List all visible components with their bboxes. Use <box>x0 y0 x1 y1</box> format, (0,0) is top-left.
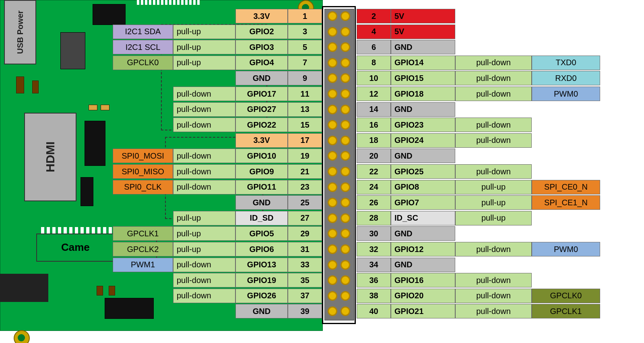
gpio-label: GND <box>391 102 455 117</box>
pull-label: pull-up <box>455 195 532 210</box>
pin-number: 39 <box>288 304 322 318</box>
pin-row-left: pull-downGPIO2215 <box>173 118 322 132</box>
pin-row-right: 8GPIO14pull-downTXD0 <box>357 56 600 70</box>
pin-row-right: 36GPIO16pull-down <box>357 273 532 287</box>
pin-number: 1 <box>288 9 322 23</box>
pin-row-left: GPCLK0pull-upGPIO47 <box>113 56 322 70</box>
pin-row-right: 30GND <box>357 226 455 241</box>
pin-row-right: 6GND <box>357 40 455 54</box>
alt-function-label: RXD0 <box>532 71 600 85</box>
pin-row-right: 32GPIO12pull-downPWM0 <box>357 242 600 256</box>
pull-label: pull-up <box>173 25 235 39</box>
gpio-label: GPIO17 <box>235 87 288 101</box>
pin-number: 8 <box>357 56 391 70</box>
pinout-table: 3.3V1I2C1 SDApull-upGPIO23I2C1 SCLpull-u… <box>0 0 644 343</box>
pin-number: 37 <box>288 289 322 303</box>
pin-row-right: 34GND <box>357 258 455 272</box>
pin-number: 26 <box>357 195 391 210</box>
gpio-label: GPIO14 <box>391 56 455 70</box>
pin-row-right: 16GPIO23pull-down <box>357 118 532 132</box>
pin-number: 6 <box>357 40 391 54</box>
pull-label: pull-up <box>173 242 235 256</box>
pin-number: 21 <box>288 164 322 179</box>
pull-label: pull-down <box>455 304 532 318</box>
pull-label: pull-up <box>173 226 235 241</box>
pin-row-left: pull-downGPIO1711 <box>173 87 322 101</box>
gpio-label: GPIO3 <box>235 40 288 54</box>
gpio-label: GPIO25 <box>391 164 455 179</box>
pin-row-left: pull-downGPIO2637 <box>173 289 322 303</box>
pin-row-left: GND9 <box>235 71 322 85</box>
gpio-label: GPIO13 <box>235 258 288 272</box>
pin-row-right: 10GPIO15pull-downRXD0 <box>357 71 600 85</box>
pin-row-right: 28ID_SCpull-up <box>357 211 532 225</box>
pin-number: 13 <box>288 102 322 117</box>
alt-function-label: SPI0_CLK <box>113 180 173 194</box>
alt-function-label: SPI_CE0_N <box>532 180 600 194</box>
pull-label: pull-down <box>173 258 235 272</box>
pin-number: 29 <box>288 226 322 241</box>
pin-number: 7 <box>288 56 322 70</box>
gpio-label: 3.3V <box>235 133 288 148</box>
pin-row-left: 3.3V1 <box>235 9 322 23</box>
pin-number: 23 <box>288 180 322 194</box>
pin-row-left: pull-upID_SD27 <box>173 211 322 225</box>
pin-number: 12 <box>357 87 391 101</box>
pin-number: 19 <box>288 149 322 163</box>
pull-label: pull-down <box>455 87 532 101</box>
pin-number: 9 <box>288 71 322 85</box>
gpio-label: GND <box>391 40 455 54</box>
pull-label: pull-down <box>173 164 235 179</box>
pin-number: 17 <box>288 133 322 148</box>
pin-row-left: pull-downGPIO2713 <box>173 102 322 117</box>
alt-function-label: PWM0 <box>532 87 600 101</box>
pin-number: 30 <box>357 226 391 241</box>
alt-function-label: SPI_CE1_N <box>532 195 600 210</box>
alt-function-label: SPI0_MOSI <box>113 149 173 163</box>
pin-number: 22 <box>357 164 391 179</box>
alt-function-label: PWM0 <box>532 242 600 256</box>
gpio-label: GPIO21 <box>391 304 455 318</box>
pin-number: 11 <box>288 87 322 101</box>
pin-row-left: GND25 <box>235 195 322 210</box>
pull-label: pull-down <box>173 289 235 303</box>
pin-row-left: PWM1pull-downGPIO1333 <box>113 258 322 272</box>
pull-label: pull-down <box>173 102 235 117</box>
alt-function-label: I2C1 SCL <box>113 40 173 54</box>
gpio-label: GPIO19 <box>235 273 288 287</box>
alt-function-label: GPCLK1 <box>113 226 173 241</box>
gpio-label: 3.3V <box>235 9 288 23</box>
gpio-label: GPIO4 <box>235 56 288 70</box>
gpio-label: GPIO12 <box>391 242 455 256</box>
pin-row-right: 45V <box>357 25 455 39</box>
pull-label: pull-down <box>173 87 235 101</box>
gpio-label: GPIO2 <box>235 25 288 39</box>
pin-row-right: 40GPIO21pull-downGPCLK1 <box>357 304 600 318</box>
gpio-label: ID_SC <box>391 211 455 225</box>
pin-row-right: 22GPIO25pull-down <box>357 164 532 179</box>
gpio-label: GPIO6 <box>235 242 288 256</box>
gpio-label: GPIO10 <box>235 149 288 163</box>
alt-function-label: PWM1 <box>113 258 173 272</box>
pin-row-left: I2C1 SCLpull-upGPIO35 <box>113 40 322 54</box>
pin-row-right: 14GND <box>357 102 455 117</box>
pin-number: 15 <box>288 118 322 132</box>
pin-number: 35 <box>288 273 322 287</box>
pin-number: 10 <box>357 71 391 85</box>
pin-number: 34 <box>357 258 391 272</box>
gpio-label: GND <box>391 149 455 163</box>
pin-row-right: 25V <box>357 9 455 23</box>
gpio-label: ID_SD <box>235 211 288 225</box>
pin-row-right: 26GPIO7pull-upSPI_CE1_N <box>357 195 600 210</box>
pin-number: 14 <box>357 102 391 117</box>
pull-label: pull-down <box>455 56 532 70</box>
pull-label: pull-down <box>455 242 532 256</box>
gpio-label: GPIO23 <box>391 118 455 132</box>
pin-row-left: 3.3V17 <box>235 133 322 148</box>
gpio-label: GPIO5 <box>235 226 288 241</box>
gpio-label: 5V <box>391 9 455 23</box>
gpio-label: GPIO8 <box>391 180 455 194</box>
pin-row-left: I2C1 SDApull-upGPIO23 <box>113 25 322 39</box>
pull-label: pull-up <box>173 56 235 70</box>
pin-number: 38 <box>357 289 391 303</box>
